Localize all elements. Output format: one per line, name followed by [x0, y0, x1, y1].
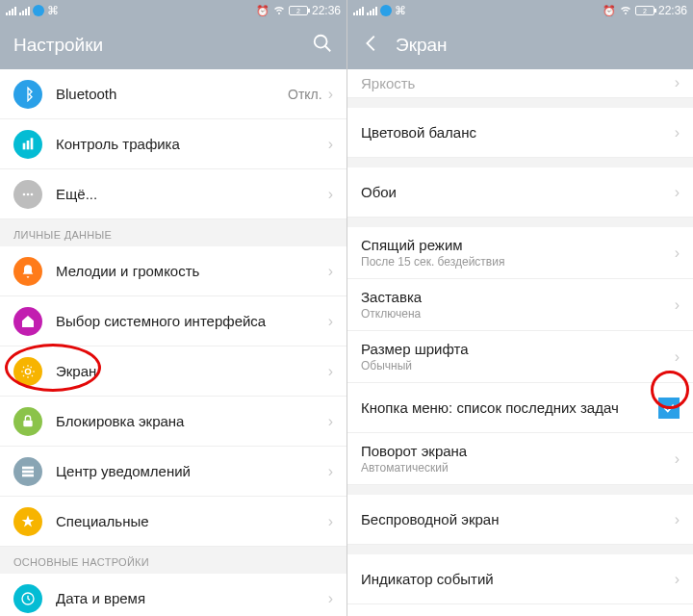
- row-wireless-display[interactable]: Беспроводной экран ›: [347, 495, 693, 545]
- row-label: Bluetooth: [56, 86, 288, 102]
- svg-rect-3: [27, 141, 30, 149]
- clock-text: 22:36: [658, 4, 687, 17]
- chevron-right-icon: ›: [328, 263, 333, 280]
- row-more[interactable]: Ещё... ›: [0, 169, 346, 219]
- signal-icon: [6, 6, 16, 15]
- svg-rect-2: [23, 142, 26, 149]
- row-bluetooth[interactable]: Bluetooth Откл. ›: [0, 69, 346, 119]
- chevron-right-icon: ›: [675, 571, 680, 588]
- wifi-icon: [620, 4, 631, 17]
- row-lockscreen[interactable]: Блокировка экрана ›: [0, 397, 346, 447]
- row-color-balance[interactable]: Цветовой баланс ›: [347, 108, 693, 158]
- chevron-right-icon: ›: [328, 363, 333, 380]
- row-wallpaper[interactable]: Обои ›: [347, 167, 693, 218]
- display-list: Яркость › Цветовой баланс › Обои › Спящи…: [347, 69, 693, 616]
- header-bar: Настройки: [0, 21, 346, 69]
- row-subtext: Отключена: [361, 307, 675, 321]
- row-traffic[interactable]: Контроль трафика ›: [0, 119, 346, 169]
- row-label: Поворот экрана: [361, 443, 675, 459]
- row-event-indicator[interactable]: Индикатор событий ›: [347, 554, 693, 604]
- row-label: Экран: [56, 363, 328, 379]
- chevron-right-icon: ›: [675, 74, 680, 91]
- row-subtext: Автоматический: [361, 461, 675, 475]
- row-notifications[interactable]: Центр уведомлений ›: [0, 447, 346, 497]
- clock-text: 22:36: [312, 4, 341, 17]
- row-subtext: После 15 сек. бездействия: [361, 255, 675, 269]
- svg-point-6: [27, 192, 30, 195]
- battery-icon: 2: [289, 6, 308, 15]
- alarm-icon: ⏰: [603, 5, 616, 17]
- svg-rect-11: [22, 470, 34, 473]
- row-screensaver[interactable]: Заставка Отключена ›: [347, 279, 693, 331]
- chevron-right-icon: ›: [675, 348, 680, 366]
- notif-icon: [13, 457, 42, 486]
- row-label: Заставка: [361, 289, 675, 305]
- search-icon[interactable]: [312, 33, 333, 58]
- row-font-size[interactable]: Размер шрифта Обычный ›: [347, 331, 693, 383]
- chevron-right-icon: ›: [675, 244, 680, 262]
- row-display[interactable]: Экран ›: [0, 346, 346, 397]
- row-label: Индикатор событий: [361, 571, 675, 587]
- row-label: Кнопка меню: список последних задач: [361, 399, 658, 416]
- svg-point-7: [31, 192, 34, 195]
- row-subtext: Обычный: [361, 359, 675, 372]
- row-label: Яркость: [361, 75, 675, 91]
- row-menu-button[interactable]: Кнопка меню: список последних задач: [347, 383, 693, 433]
- status-bar: ⌘ ⏰ 2 22:36: [347, 0, 693, 21]
- row-label: Выбор системного интерфейса: [56, 313, 328, 329]
- signal-icon: [353, 6, 364, 15]
- row-label: Центр уведомлений: [56, 463, 328, 479]
- svg-rect-12: [22, 474, 34, 476]
- chevron-right-icon: ›: [328, 413, 333, 430]
- chevron-right-icon: ›: [675, 296, 680, 314]
- row-label: Цветовой баланс: [361, 124, 675, 141]
- svg-rect-10: [22, 466, 34, 469]
- chevron-right-icon: ›: [675, 450, 680, 468]
- lock-icon: [13, 407, 42, 436]
- page-title: Экран: [396, 35, 448, 56]
- wifi-icon: [273, 4, 285, 17]
- svg-point-0: [315, 36, 327, 48]
- chevron-right-icon: ›: [328, 513, 333, 530]
- chevron-right-icon: ›: [328, 463, 333, 480]
- svg-rect-9: [23, 420, 32, 426]
- row-special[interactable]: Специальные ›: [0, 497, 346, 547]
- chevron-right-icon: ›: [675, 184, 680, 201]
- chevron-right-icon: ›: [328, 86, 333, 103]
- row-sleep[interactable]: Спящий режим После 15 сек. бездействия ›: [347, 227, 693, 279]
- row-label: Мелодии и громкость: [56, 263, 328, 279]
- chevron-right-icon: ›: [328, 136, 333, 153]
- row-brightness[interactable]: Яркость ›: [347, 69, 693, 98]
- chevron-right-icon: ›: [328, 186, 333, 203]
- status-bar: ⌘ ⏰ 2 22:36: [0, 0, 346, 21]
- chevron-right-icon: ›: [675, 511, 680, 528]
- row-value: Откл.: [288, 87, 322, 102]
- row-label: Контроль трафика: [56, 136, 328, 152]
- row-rotation[interactable]: Поворот экрана Автоматический ›: [347, 433, 693, 485]
- row-sounds[interactable]: Мелодии и громкость ›: [0, 246, 346, 296]
- chevron-right-icon: ›: [328, 590, 333, 607]
- section-personal: ЛИЧНЫЕ ДАННЫЕ: [0, 219, 346, 246]
- row-label: Обои: [361, 184, 675, 200]
- voicemail-icon: ⌘: [395, 4, 406, 17]
- more-icon: [13, 180, 42, 209]
- home-icon: [13, 307, 42, 336]
- traffic-icon: [13, 130, 42, 159]
- svg-point-8: [25, 369, 30, 373]
- row-label: Блокировка экрана: [56, 413, 328, 429]
- row-label: Спящий режим: [361, 237, 675, 253]
- back-button[interactable]: [361, 33, 382, 58]
- checkbox-checked[interactable]: [658, 398, 680, 419]
- row-launcher[interactable]: Выбор системного интерфейса ›: [0, 296, 346, 346]
- settings-pane: ⌘ ⏰ 2 22:36 Настройки Bluetooth Откл. › …: [0, 0, 346, 616]
- row-label: Ещё...: [56, 186, 328, 202]
- row-datetime[interactable]: Дата и время ›: [0, 574, 346, 616]
- chevron-right-icon: ›: [675, 124, 680, 141]
- signal-icon-2: [367, 6, 377, 15]
- header-bar: Экран: [347, 21, 693, 69]
- chevron-right-icon: ›: [328, 313, 333, 330]
- voicemail-icon: ⌘: [47, 4, 59, 17]
- app-indicator-icon: [33, 5, 44, 16]
- row-label: Специальные: [56, 513, 328, 529]
- clock-icon: [13, 584, 42, 613]
